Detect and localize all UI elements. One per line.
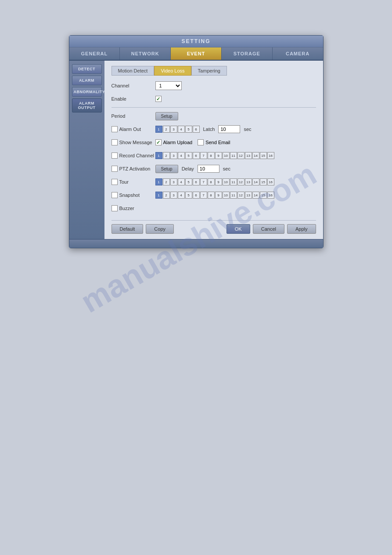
snap-ch1[interactable]: 1 (155, 192, 162, 199)
rec-ch12[interactable]: 12 (237, 152, 245, 159)
period-setup-button[interactable]: Setup (155, 112, 178, 120)
buzzer-row: Buzzer (111, 203, 316, 213)
alarm-out-ch1[interactable]: 1 (155, 126, 162, 133)
alarm-out-row: Alarm Out 1 2 3 4 5 6 Latch (111, 124, 316, 134)
sidebar-item-alarm-output[interactable]: ALARM OUTPUT (72, 98, 102, 112)
rec-ch5[interactable]: 5 (185, 152, 192, 159)
channel-select[interactable]: 1 (155, 81, 182, 90)
rec-ch3[interactable]: 3 (170, 152, 177, 159)
snapshot-checkbox[interactable] (111, 192, 118, 198)
tour-ch16[interactable]: 16 (267, 178, 274, 185)
alarm-out-ch6[interactable]: 6 (193, 126, 200, 133)
tab-camera[interactable]: CAMERA (273, 47, 323, 60)
tour-ch2[interactable]: 2 (163, 178, 170, 185)
tour-ch14[interactable]: 14 (252, 178, 259, 185)
delay-input[interactable] (198, 165, 219, 173)
rec-ch9[interactable]: 9 (215, 152, 222, 159)
tour-ch11[interactable]: 11 (230, 178, 237, 185)
tour-ch15[interactable]: 15 (260, 178, 267, 185)
tab-general[interactable]: GENERAL (69, 47, 120, 60)
sub-tabs: Motion Detect Video Loss Tampering (111, 66, 316, 76)
rec-ch14[interactable]: 14 (252, 152, 259, 159)
snap-ch12[interactable]: 12 (237, 192, 245, 199)
snap-ch9[interactable]: 9 (215, 192, 222, 199)
alarm-out-ch3[interactable]: 3 (170, 126, 177, 133)
tab-storage[interactable]: STORAGE (222, 47, 273, 60)
alarm-out-checkbox[interactable] (111, 126, 118, 132)
ptz-checkbox[interactable] (111, 166, 118, 172)
tour-ch6[interactable]: 6 (193, 178, 200, 185)
send-email-checkbox[interactable] (198, 139, 204, 145)
sidebar-item-abnormality[interactable]: ABNORMALITY (72, 87, 102, 97)
footer-left: Default Copy (111, 224, 174, 234)
tour-ch12[interactable]: 12 (237, 178, 245, 185)
snap-ch8[interactable]: 8 (208, 192, 215, 199)
rec-ch16[interactable]: 16 (267, 152, 274, 159)
record-channel-checkbox[interactable] (111, 152, 118, 159)
rec-ch13[interactable]: 13 (245, 152, 252, 159)
tour-ch9[interactable]: 9 (215, 178, 222, 185)
snap-ch13[interactable]: 13 (245, 192, 252, 199)
cancel-button[interactable]: Cancel (253, 224, 284, 234)
snap-ch16[interactable]: 16 (267, 192, 274, 199)
tour-ch7[interactable]: 7 (200, 178, 207, 185)
ptz-setup-button[interactable]: Setup (155, 165, 178, 173)
tab-event[interactable]: EVENT (171, 47, 222, 60)
snap-ch15[interactable]: 15 (260, 192, 267, 199)
tab-network[interactable]: NETWORK (120, 47, 171, 60)
tour-ch5[interactable]: 5 (185, 178, 192, 185)
alarm-out-channel-boxes: 1 2 3 4 5 6 (155, 126, 200, 133)
latch-input[interactable] (218, 125, 240, 133)
rec-ch15[interactable]: 15 (260, 152, 267, 159)
snap-ch4[interactable]: 4 (178, 192, 185, 199)
rec-ch7[interactable]: 7 (200, 152, 207, 159)
snap-ch10[interactable]: 10 (223, 192, 230, 199)
show-message-checkbox[interactable] (111, 139, 118, 145)
tab-motion-detect[interactable]: Motion Detect (111, 66, 155, 76)
tour-ch4[interactable]: 4 (178, 178, 185, 185)
tour-checkbox[interactable] (111, 179, 118, 185)
alarm-out-ch2[interactable]: 2 (163, 126, 170, 133)
enable-checkbox[interactable] (155, 96, 162, 102)
apply-button[interactable]: Apply (287, 224, 316, 234)
sidebar-item-alarm[interactable]: ALARM (72, 76, 102, 85)
rec-ch2[interactable]: 2 (163, 152, 170, 159)
snapshot-row: Snapshot 1 2 3 4 5 6 7 8 9 10 (111, 190, 316, 200)
ok-button[interactable]: OK (227, 224, 250, 234)
default-button[interactable]: Default (111, 224, 144, 234)
tour-ch10[interactable]: 10 (223, 178, 230, 185)
tour-ch8[interactable]: 8 (208, 178, 215, 185)
channel-row: Channel 1 (111, 81, 316, 91)
tab-video-loss[interactable]: Video Loss (154, 66, 191, 76)
nav-tabs: GENERAL NETWORK EVENT STORAGE CAMERA (69, 47, 323, 61)
alarm-upload-checkbox[interactable] (155, 139, 162, 145)
rec-ch1[interactable]: 1 (155, 152, 162, 159)
rec-ch6[interactable]: 6 (193, 152, 200, 159)
alarm-out-ch4[interactable]: 4 (178, 126, 185, 133)
sidebar-item-detect[interactable]: DETECT (72, 64, 102, 74)
snap-ch2[interactable]: 2 (163, 192, 170, 199)
ptz-row: PTZ Activation Setup Delay sec (111, 164, 316, 174)
snap-ch3[interactable]: 3 (170, 192, 177, 199)
tour-row: Tour 1 2 3 4 5 6 7 8 9 10 (111, 177, 316, 187)
tour-ch1[interactable]: 1 (155, 178, 162, 185)
channel-control: 1 (155, 81, 182, 90)
tour-ch13[interactable]: 13 (245, 178, 252, 185)
snap-ch11[interactable]: 11 (230, 192, 237, 199)
alarm-out-ch5[interactable]: 5 (185, 126, 192, 133)
rec-ch4[interactable]: 4 (178, 152, 185, 159)
tab-tampering[interactable]: Tampering (191, 66, 227, 76)
main-content: Motion Detect Video Loss Tampering Chann… (104, 61, 323, 239)
snap-ch6[interactable]: 6 (193, 192, 200, 199)
rec-ch11[interactable]: 11 (230, 152, 237, 159)
snap-ch7[interactable]: 7 (200, 192, 207, 199)
enable-label: Enable (111, 96, 155, 102)
copy-button[interactable]: Copy (146, 224, 174, 234)
rec-ch10[interactable]: 10 (223, 152, 230, 159)
snap-ch14[interactable]: 14 (252, 192, 259, 199)
rec-ch8[interactable]: 8 (208, 152, 215, 159)
divider-1 (111, 107, 316, 108)
snap-ch5[interactable]: 5 (185, 192, 192, 199)
tour-ch3[interactable]: 3 (170, 178, 177, 185)
buzzer-checkbox[interactable] (111, 205, 118, 211)
